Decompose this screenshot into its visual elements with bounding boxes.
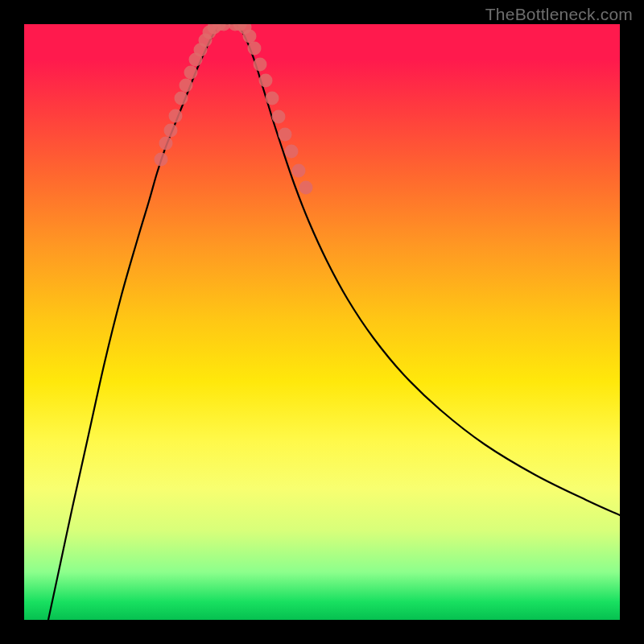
data-points-left — [155, 24, 231, 167]
data-point — [259, 74, 273, 88]
data-point — [155, 153, 168, 167]
data-point — [299, 181, 313, 195]
plot-area — [24, 24, 620, 620]
curve-left — [48, 24, 229, 620]
data-point — [272, 110, 286, 124]
data-point — [159, 137, 173, 151]
curve-right — [229, 24, 620, 515]
data-point — [164, 124, 178, 138]
watermark-text: TheBottleneck.com — [485, 5, 633, 24]
chart-svg — [24, 24, 620, 620]
data-point — [248, 42, 262, 56]
data-point — [266, 92, 279, 105]
data-point — [279, 128, 292, 142]
data-point — [184, 66, 198, 80]
data-point — [254, 58, 267, 72]
data-point — [169, 109, 183, 123]
data-point — [292, 164, 306, 178]
data-point — [180, 79, 193, 93]
data-point — [243, 30, 257, 43]
outer-frame: TheBottleneck.com — [0, 0, 644, 644]
data-point — [175, 92, 188, 105]
data-point — [285, 145, 299, 159]
